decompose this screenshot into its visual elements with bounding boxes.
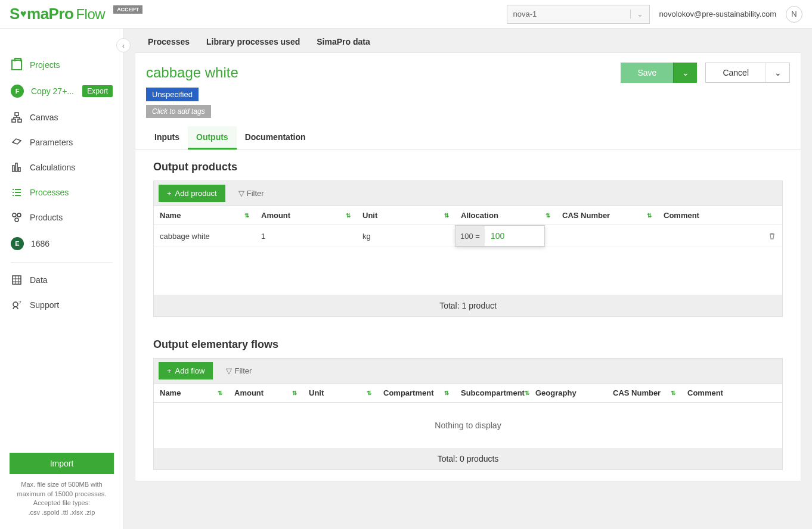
cell-unit: kg [357,225,455,247]
add-product-button[interactable]: +Add product [159,185,225,202]
col-unit[interactable]: Unit⇅ [357,206,455,225]
col-subcompartment[interactable]: Subcompartment⇅ [455,384,529,402]
plus-icon: + [167,366,172,375]
cell-cas [556,225,658,247]
trash-icon[interactable] [768,232,776,240]
logo-rest: maPro [27,5,73,23]
tab-simapro-data[interactable]: SimaPro data [317,37,370,46]
svg-rect-5 [18,167,20,172]
export-button[interactable]: Export [82,85,113,97]
nav-projects[interactable]: Projects [0,52,123,77]
sidebar: ‹ Projects F Copy 27+... Export Canvas P… [0,29,124,529]
flows-total: Total: 0 products [154,448,782,469]
col-cas[interactable]: CAS Number⇅ [556,206,658,225]
sort-icon: ⇅ [444,390,449,396]
sort-icon: ⇅ [346,212,351,219]
inner-tabs: Inputs Outputs Documentation [135,126,801,150]
tab-documentation[interactable]: Documentation [237,126,314,150]
user-email: novolokov@pre-sustainability.com [659,10,777,18]
nav-parameters[interactable]: Parameters [0,130,123,155]
sort-icon: ⇅ [525,390,529,396]
project-select-value: nova-1 [513,10,537,18]
filter-flows-button[interactable]: ▽Filter [220,363,258,379]
collapse-sidebar-button[interactable]: ‹ [116,38,131,52]
nav-products[interactable]: Products [0,205,123,230]
main: Processes Library processes used SimaPro… [124,29,812,529]
products-total: Total: 1 product [154,295,782,316]
logo-flow: Flow [76,6,105,23]
col-compartment[interactable]: Compartment⇅ [377,384,455,402]
add-tags-button[interactable]: Click to add tags [146,105,211,118]
cell-allocation: 100 = [455,225,556,247]
header: S♥maPro Flow ACCEPT nova-1 ⌄ novolokov@p… [0,0,812,29]
col-name[interactable]: Name⇅ [154,384,228,402]
allocation-input[interactable] [485,226,544,246]
cell-comment [658,225,782,247]
sort-icon: ⇅ [671,390,675,396]
project-select[interactable]: nova-1 ⌄ [507,5,650,24]
leaf-icon: ♥ [20,8,26,20]
col-geography[interactable]: Geography [529,384,607,402]
col-unit[interactable]: Unit⇅ [303,384,377,402]
section-title-flows: Output elementary flows [153,338,783,351]
nav-support[interactable]: ? Support [0,292,123,318]
save-button[interactable]: Save ⌄ [621,63,697,83]
nav-1686[interactable]: E 1686 [0,230,123,257]
tab-inputs[interactable]: Inputs [146,126,188,150]
calculations-icon [11,162,23,173]
col-amount[interactable]: Amount⇅ [228,384,303,402]
svg-point-7 [17,213,21,217]
tab-library-processes[interactable]: Library processes used [206,37,300,46]
sort-icon: ⇅ [546,212,550,219]
divider [11,262,113,263]
products-table: +Add product ▽Filter Name⇅ Amount⇅ Unit⇅… [153,181,783,317]
plus-icon: + [167,189,172,198]
svg-rect-0 [15,113,18,116]
col-amount[interactable]: Amount⇅ [255,206,357,225]
filter-icon: ▽ [226,366,232,375]
import-note: Max. file size of 500MB with maximum of … [10,480,114,517]
col-allocation[interactable]: Allocation⇅ [455,206,556,225]
svg-point-10 [13,302,18,307]
flows-table: +Add flow ▽Filter Name⇅ Amount⇅ Unit⇅ Co… [153,358,783,470]
avatar[interactable]: N [786,6,802,23]
nav-processes[interactable]: Processes [0,180,123,205]
import-button[interactable]: Import [10,453,114,474]
table-row[interactable]: cabbage white 1 kg 100 = [154,225,782,247]
nav-calculations[interactable]: Calculations [0,155,123,180]
nav-copy[interactable]: F Copy 27+... Export [0,77,123,105]
projects-icon [11,60,23,70]
chevron-down-icon: ⌄ [630,10,643,18]
logo: S♥maPro Flow ACCEPT [10,5,142,23]
products-icon [11,212,23,223]
svg-rect-4 [16,163,17,172]
nav-canvas[interactable]: Canvas [0,105,123,130]
allocation-editor: 100 = [455,225,545,247]
chevron-down-icon[interactable]: ⌄ [673,63,697,83]
tag-unspecified[interactable]: Unspecified [146,88,199,101]
data-icon [11,275,23,285]
col-comment[interactable]: Comment [658,206,782,225]
col-cas[interactable]: CAS Number⇅ [607,384,681,402]
tab-processes[interactable]: Processes [148,37,190,46]
cell-amount: 1 [255,225,357,247]
cell-name: cabbage white [154,225,255,247]
page-title: cabbage white [146,64,238,81]
svg-point-6 [13,213,16,217]
svg-rect-3 [13,166,14,172]
tab-outputs[interactable]: Outputs [188,126,237,150]
svg-rect-2 [18,119,21,122]
col-name[interactable]: Name⇅ [154,206,255,225]
svg-point-8 [15,218,18,222]
col-comment[interactable]: Comment [681,384,782,402]
sort-icon: ⇅ [444,212,449,219]
cancel-button[interactable]: Cancel ⌄ [705,63,790,83]
chevron-down-icon[interactable]: ⌄ [765,63,789,82]
content-card: cabbage white Save ⌄ Cancel ⌄ Unspecifie… [135,52,801,481]
filter-products-button[interactable]: ▽Filter [233,185,270,201]
add-flow-button[interactable]: +Add flow [159,362,213,379]
canvas-icon [11,112,23,123]
sort-icon: ⇅ [292,390,297,396]
sort-icon: ⇅ [244,212,249,219]
nav-data[interactable]: Data [0,267,123,292]
